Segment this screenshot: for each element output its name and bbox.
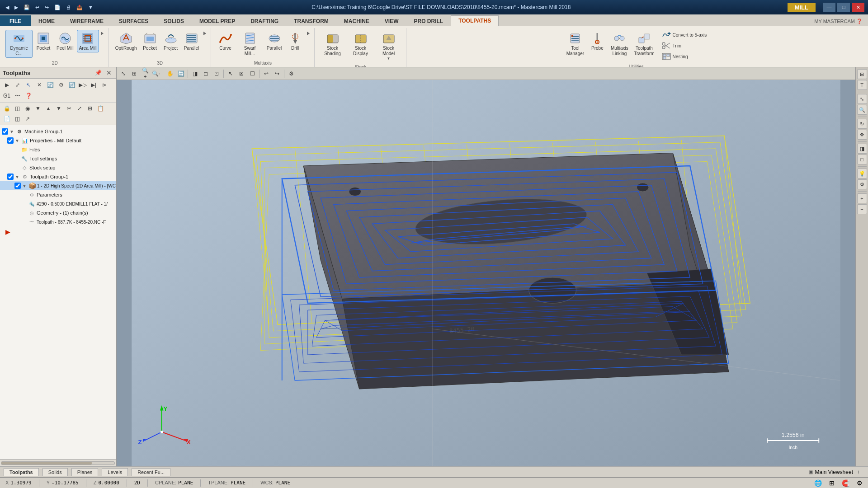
tab-planes-bottom[interactable]: Planes bbox=[71, 468, 99, 476]
tree-files[interactable]: 📁 Files bbox=[0, 145, 116, 154]
tp-lock-btn[interactable]: 🔒 bbox=[2, 103, 12, 113]
customize-btn[interactable]: ▼ bbox=[86, 4, 95, 11]
tp-transform-tp-btn[interactable]: ↗ bbox=[23, 114, 33, 124]
tp-paste-btn[interactable]: 📄 bbox=[2, 114, 12, 124]
machine-group-checkbox[interactable] bbox=[2, 128, 8, 135]
pin-btn[interactable]: 📌 bbox=[94, 69, 103, 77]
parallel-3d-btn[interactable]: Parallel bbox=[182, 30, 202, 52]
multiaxis-more-btn[interactable] bbox=[306, 30, 311, 37]
tp-help-btn[interactable]: ❓ bbox=[24, 91, 33, 101]
tree-stock-setup[interactable]: ◇ Stock setup bbox=[0, 163, 116, 172]
tp-regen-dirty-btn[interactable]: ⚙ bbox=[56, 80, 66, 90]
scrollbar-track[interactable] bbox=[1, 461, 115, 465]
tab-model-prep[interactable]: MODEL PREP bbox=[192, 15, 243, 26]
tp-backplot-btn[interactable]: ⊳ bbox=[99, 80, 109, 90]
tp-verify-btn[interactable]: ▶▷ bbox=[78, 80, 88, 90]
area-mill-btn[interactable]: Area Mill bbox=[77, 30, 99, 52]
rp-zoom-btn[interactable]: 🔍 bbox=[857, 105, 867, 115]
tab-toolpaths-bottom[interactable]: Toolpaths bbox=[4, 468, 39, 476]
tp-dropdown-btn[interactable]: ▼ bbox=[33, 103, 43, 113]
tp-toolpath-btn[interactable]: 〜 bbox=[13, 91, 23, 101]
tp-select-ops-btn[interactable]: ◫ bbox=[12, 114, 22, 124]
minimize-btn[interactable]: — bbox=[823, 3, 835, 12]
tree-properties[interactable]: ▼ 📊 Properties - Mill Default bbox=[0, 136, 116, 145]
tree-toolpath[interactable]: 〜 Toolpath - 687.7K - 8455-20.NC -F bbox=[0, 217, 116, 226]
maximize-btn[interactable]: □ bbox=[837, 3, 850, 12]
toolpath-transform-btn[interactable]: ToolpathTransform bbox=[632, 30, 656, 58]
publish-btn[interactable]: 📤 bbox=[75, 4, 85, 11]
tree-tp-1[interactable]: ▼ 📦 1 - 2D High Speed (2D Area Mill) - [… bbox=[0, 181, 116, 190]
tab-toolpaths[interactable]: TOOLPATHS bbox=[451, 15, 499, 26]
rp-rotate-btn[interactable]: ↻ bbox=[857, 119, 867, 129]
vp-pan-btn[interactable]: ✋ bbox=[165, 69, 175, 79]
vp-fit-btn[interactable]: ⤡ bbox=[118, 69, 128, 79]
tab-levels-bottom[interactable]: Levels bbox=[102, 468, 128, 476]
rp-plus-btn[interactable]: + bbox=[857, 193, 867, 203]
close-panel-btn[interactable]: ✕ bbox=[105, 69, 113, 77]
tree-machine-group[interactable]: ▼ ⚙ Machine Group-1 bbox=[0, 127, 116, 136]
tab-solids-bottom[interactable]: Solids bbox=[42, 468, 68, 476]
tp-show-all-btn[interactable]: ◉ bbox=[23, 103, 33, 113]
tree-scrollbar[interactable] bbox=[0, 459, 116, 466]
multiaxis-linking-btn[interactable]: MultiaxisLinking bbox=[608, 30, 631, 58]
undo-btn[interactable]: ↩ bbox=[33, 4, 41, 11]
tp-1-checkbox[interactable] bbox=[14, 183, 21, 189]
add-viewsheet-btn[interactable]: + bbox=[857, 469, 860, 475]
parallel-ma-btn[interactable]: Parallel bbox=[264, 30, 284, 52]
properties-checkbox[interactable] bbox=[7, 137, 14, 144]
rp-view-btn1[interactable]: ⊞ bbox=[857, 69, 867, 79]
vp-wireframe-btn[interactable]: ◻ bbox=[201, 69, 211, 79]
vp-redo-btn[interactable]: ↪ bbox=[272, 69, 282, 79]
new-btn[interactable]: 📄 bbox=[52, 4, 62, 11]
stock-shading-btn[interactable]: Stock Shading bbox=[319, 30, 346, 58]
rp-wire-btn[interactable]: □ bbox=[857, 155, 867, 164]
rp-light-btn[interactable]: 💡 bbox=[857, 169, 867, 178]
tp-select-btn[interactable]: ▶ bbox=[2, 80, 12, 90]
tp-regen-all-btn[interactable]: 🔃 bbox=[67, 80, 77, 90]
nesting-btn[interactable]: Nesting bbox=[660, 52, 709, 61]
vp-select-all-btn[interactable]: ⊠ bbox=[236, 69, 246, 79]
tab-file[interactable]: FILE bbox=[0, 15, 31, 26]
tree-parameters[interactable]: ⚙ Parameters bbox=[0, 190, 116, 199]
tp-select-chain-btn2[interactable]: ⤢ bbox=[75, 103, 85, 113]
vp-perspective-btn[interactable]: ⊡ bbox=[212, 69, 222, 79]
stock-model-dropdown[interactable]: ▼ bbox=[387, 56, 391, 61]
scrollbar-thumb[interactable] bbox=[1, 462, 92, 465]
tp-g1-btn[interactable]: G1 bbox=[2, 91, 12, 101]
forward-btn[interactable]: ▶ bbox=[13, 4, 20, 11]
swarf-mill-btn[interactable]: Swarf Mill... bbox=[236, 30, 264, 58]
probe-btn[interactable]: Probe bbox=[587, 30, 607, 52]
tp-chain-mgr-btn[interactable]: ⊞ bbox=[85, 103, 95, 113]
tp-simulate-btn[interactable]: ▶| bbox=[89, 80, 99, 90]
rp-view-btn2[interactable]: T bbox=[857, 80, 867, 90]
vp-zoom-in-btn[interactable]: 🔍+ bbox=[140, 69, 150, 79]
toolpath-group-toggle[interactable]: ▼ bbox=[15, 174, 21, 179]
vp-unselect-btn[interactable]: ☐ bbox=[247, 69, 257, 79]
2d-more-btn[interactable] bbox=[100, 30, 104, 37]
tp-move-up-btn[interactable]: ▲ bbox=[43, 103, 53, 113]
vp-view-config-btn[interactable]: ⚙ bbox=[286, 69, 296, 79]
convert-5axis-btn[interactable]: Convert to 5-axis bbox=[660, 30, 709, 40]
vp-zoom-window-btn[interactable]: ⊞ bbox=[129, 69, 139, 79]
main-viewsheet-tab[interactable]: ▣ Main Viewsheet + bbox=[804, 468, 864, 476]
rp-shade-btn[interactable]: ◨ bbox=[857, 144, 867, 154]
rp-minus-btn[interactable]: − bbox=[857, 204, 867, 214]
properties-toggle[interactable]: ▼ bbox=[15, 138, 21, 143]
redo-btn[interactable]: ↪ bbox=[43, 4, 51, 11]
tp-regen-selected-btn[interactable]: 🔄 bbox=[45, 80, 55, 90]
tool-manager-btn[interactable]: ToolManager bbox=[564, 30, 586, 58]
tab-view[interactable]: VIEW bbox=[377, 15, 406, 26]
tab-transform[interactable]: TRANSFORM bbox=[286, 15, 336, 26]
tab-pro-drill[interactable]: PRO DRILL bbox=[406, 15, 451, 26]
tp-cursor-btn[interactable]: ↖ bbox=[24, 80, 33, 90]
tab-surfaces[interactable]: SURFACES bbox=[111, 15, 156, 26]
rp-fit-btn[interactable]: ⤡ bbox=[857, 94, 867, 104]
my-mastercam-btn[interactable]: MY MASTERCAM ❓ bbox=[809, 17, 868, 26]
vp-rotate-btn[interactable]: 🔄 bbox=[176, 69, 186, 79]
status-grid-btn[interactable]: ⊞ bbox=[829, 479, 835, 487]
status-snap-btn[interactable]: 🧲 bbox=[842, 479, 849, 487]
tree-tool-settings[interactable]: 🔧 Tool settings bbox=[0, 154, 116, 163]
rp-settings-btn[interactable]: ⚙ bbox=[857, 179, 867, 189]
close-btn[interactable]: ✕ bbox=[852, 3, 864, 12]
peel-mill-btn[interactable]: Peel Mill bbox=[54, 30, 76, 52]
